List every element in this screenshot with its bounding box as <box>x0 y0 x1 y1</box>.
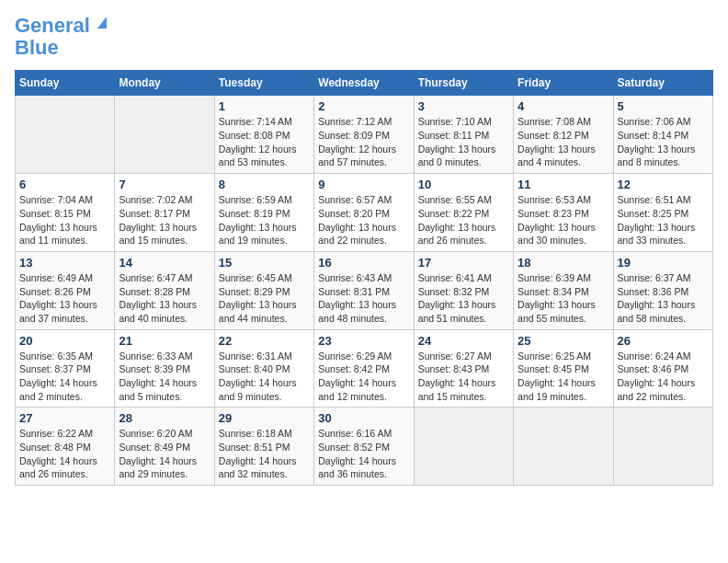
day-number: 16 <box>318 256 409 270</box>
day-info: Sunrise: 6:57 AMSunset: 8:20 PMDaylight:… <box>318 193 409 247</box>
day-number: 30 <box>318 411 409 425</box>
day-number: 15 <box>219 256 310 270</box>
day-info: Sunrise: 6:45 AMSunset: 8:29 PMDaylight:… <box>219 271 310 326</box>
day-number: 29 <box>219 411 310 425</box>
day-info: Sunrise: 6:49 AMSunset: 8:26 PMDaylight:… <box>19 271 110 326</box>
calendar-body: 1Sunrise: 7:14 AMSunset: 8:08 PMDaylight… <box>16 96 713 486</box>
day-info: Sunrise: 6:25 AMSunset: 8:45 PMDaylight:… <box>518 350 609 404</box>
day-number: 8 <box>219 178 310 191</box>
day-info: Sunrise: 6:53 AMSunset: 8:23 PMDaylight:… <box>518 193 609 247</box>
calendar-cell: 25Sunrise: 6:25 AMSunset: 8:45 PMDayligh… <box>514 329 613 408</box>
day-info: Sunrise: 7:04 AMSunset: 8:15 PMDaylight:… <box>19 193 110 247</box>
day-info: Sunrise: 7:02 AMSunset: 8:17 PMDaylight:… <box>119 193 210 247</box>
calendar-cell <box>16 96 115 174</box>
day-number: 13 <box>19 256 110 270</box>
weekday-header-friday: Friday <box>514 71 613 96</box>
calendar-cell: 22Sunrise: 6:31 AMSunset: 8:40 PMDayligh… <box>214 329 313 408</box>
day-info: Sunrise: 6:51 AMSunset: 8:25 PMDaylight:… <box>618 193 709 247</box>
calendar-header: SundayMondayTuesdayWednesdayThursdayFrid… <box>16 71 713 96</box>
day-info: Sunrise: 6:41 AMSunset: 8:32 PMDaylight:… <box>418 271 509 326</box>
day-number: 19 <box>618 256 709 270</box>
weekday-header-tuesday: Tuesday <box>214 71 313 96</box>
logo: General Blue <box>15 15 107 59</box>
calendar-cell: 6Sunrise: 7:04 AMSunset: 8:15 PMDaylight… <box>16 174 115 252</box>
weekday-header-thursday: Thursday <box>414 71 513 96</box>
logo-general: General <box>15 14 90 37</box>
calendar-cell: 28Sunrise: 6:20 AMSunset: 8:49 PMDayligh… <box>115 408 214 486</box>
weekday-header-wednesday: Wednesday <box>314 71 414 96</box>
day-info: Sunrise: 6:24 AMSunset: 8:46 PMDaylight:… <box>618 350 709 404</box>
day-info: Sunrise: 6:59 AMSunset: 8:19 PMDaylight:… <box>219 193 310 247</box>
weekday-header-saturday: Saturday <box>613 71 712 96</box>
day-info: Sunrise: 6:39 AMSunset: 8:34 PMDaylight:… <box>518 271 609 326</box>
calendar-cell: 21Sunrise: 6:33 AMSunset: 8:39 PMDayligh… <box>115 329 214 408</box>
calendar-week-5: 27Sunrise: 6:22 AMSunset: 8:48 PMDayligh… <box>16 408 713 486</box>
day-info: Sunrise: 6:16 AMSunset: 8:52 PMDaylight:… <box>318 427 409 481</box>
calendar-table: SundayMondayTuesdayWednesdayThursdayFrid… <box>15 70 713 486</box>
day-number: 2 <box>318 99 409 113</box>
calendar-cell: 18Sunrise: 6:39 AMSunset: 8:34 PMDayligh… <box>514 251 613 329</box>
calendar-cell: 2Sunrise: 7:12 AMSunset: 8:09 PMDaylight… <box>314 96 414 174</box>
day-info: Sunrise: 6:18 AMSunset: 8:51 PMDaylight:… <box>219 427 310 481</box>
day-number: 4 <box>518 99 609 113</box>
calendar-cell: 17Sunrise: 6:41 AMSunset: 8:32 PMDayligh… <box>414 251 513 329</box>
calendar-cell: 4Sunrise: 7:08 AMSunset: 8:12 PMDaylight… <box>514 96 613 174</box>
calendar-week-2: 6Sunrise: 7:04 AMSunset: 8:15 PMDaylight… <box>16 174 713 252</box>
day-number: 10 <box>418 178 509 191</box>
calendar-cell: 15Sunrise: 6:45 AMSunset: 8:29 PMDayligh… <box>214 251 313 329</box>
day-number: 11 <box>518 178 609 191</box>
day-info: Sunrise: 6:37 AMSunset: 8:36 PMDaylight:… <box>618 271 709 326</box>
day-info: Sunrise: 6:47 AMSunset: 8:28 PMDaylight:… <box>119 271 210 326</box>
day-info: Sunrise: 6:29 AMSunset: 8:42 PMDaylight:… <box>318 350 409 404</box>
page-header: General Blue <box>15 15 713 59</box>
day-number: 1 <box>219 99 310 113</box>
calendar-cell: 29Sunrise: 6:18 AMSunset: 8:51 PMDayligh… <box>214 408 313 486</box>
day-number: 22 <box>219 334 310 348</box>
day-number: 6 <box>19 178 110 191</box>
day-info: Sunrise: 6:35 AMSunset: 8:37 PMDaylight:… <box>19 350 110 404</box>
day-info: Sunrise: 6:43 AMSunset: 8:31 PMDaylight:… <box>318 271 409 326</box>
day-info: Sunrise: 7:08 AMSunset: 8:12 PMDaylight:… <box>518 115 609 169</box>
day-number: 3 <box>418 99 509 113</box>
day-number: 24 <box>418 334 509 348</box>
day-number: 20 <box>19 334 110 348</box>
day-info: Sunrise: 6:55 AMSunset: 8:22 PMDaylight:… <box>418 193 509 247</box>
day-info: Sunrise: 6:27 AMSunset: 8:43 PMDaylight:… <box>418 350 509 404</box>
day-info: Sunrise: 6:33 AMSunset: 8:39 PMDaylight:… <box>119 350 210 404</box>
logo-blue: Blue <box>15 36 59 59</box>
calendar-week-1: 1Sunrise: 7:14 AMSunset: 8:08 PMDaylight… <box>16 96 713 174</box>
day-number: 26 <box>618 334 709 348</box>
calendar-cell <box>414 408 513 486</box>
calendar-cell: 7Sunrise: 7:02 AMSunset: 8:17 PMDaylight… <box>115 174 214 252</box>
day-number: 28 <box>119 411 210 425</box>
day-number: 9 <box>318 178 409 191</box>
weekday-header-monday: Monday <box>115 71 214 96</box>
calendar-cell: 19Sunrise: 6:37 AMSunset: 8:36 PMDayligh… <box>613 251 712 329</box>
day-number: 18 <box>518 256 609 270</box>
calendar-cell: 10Sunrise: 6:55 AMSunset: 8:22 PMDayligh… <box>414 174 513 252</box>
calendar-cell: 3Sunrise: 7:10 AMSunset: 8:11 PMDaylight… <box>414 96 513 174</box>
calendar-cell: 13Sunrise: 6:49 AMSunset: 8:26 PMDayligh… <box>16 251 115 329</box>
day-number: 27 <box>19 411 110 425</box>
calendar-cell: 16Sunrise: 6:43 AMSunset: 8:31 PMDayligh… <box>314 251 414 329</box>
day-info: Sunrise: 6:31 AMSunset: 8:40 PMDaylight:… <box>219 350 310 404</box>
day-info: Sunrise: 6:22 AMSunset: 8:48 PMDaylight:… <box>19 427 110 481</box>
calendar-cell: 11Sunrise: 6:53 AMSunset: 8:23 PMDayligh… <box>514 174 613 252</box>
calendar-cell: 20Sunrise: 6:35 AMSunset: 8:37 PMDayligh… <box>16 329 115 408</box>
calendar-cell: 5Sunrise: 7:06 AMSunset: 8:14 PMDaylight… <box>613 96 712 174</box>
day-info: Sunrise: 7:06 AMSunset: 8:14 PMDaylight:… <box>618 115 709 169</box>
day-number: 21 <box>119 334 210 348</box>
calendar-cell: 1Sunrise: 7:14 AMSunset: 8:08 PMDaylight… <box>214 96 313 174</box>
calendar-cell <box>613 408 712 486</box>
calendar-cell: 27Sunrise: 6:22 AMSunset: 8:48 PMDayligh… <box>16 408 115 486</box>
calendar-cell: 9Sunrise: 6:57 AMSunset: 8:20 PMDaylight… <box>314 174 414 252</box>
calendar-cell: 24Sunrise: 6:27 AMSunset: 8:43 PMDayligh… <box>414 329 513 408</box>
calendar-week-3: 13Sunrise: 6:49 AMSunset: 8:26 PMDayligh… <box>16 251 713 329</box>
day-number: 12 <box>618 178 709 191</box>
day-number: 17 <box>418 256 509 270</box>
day-info: Sunrise: 7:12 AMSunset: 8:09 PMDaylight:… <box>318 115 409 169</box>
day-number: 25 <box>518 334 609 348</box>
day-number: 14 <box>119 256 210 270</box>
calendar-cell <box>115 96 214 174</box>
day-number: 5 <box>618 99 709 113</box>
